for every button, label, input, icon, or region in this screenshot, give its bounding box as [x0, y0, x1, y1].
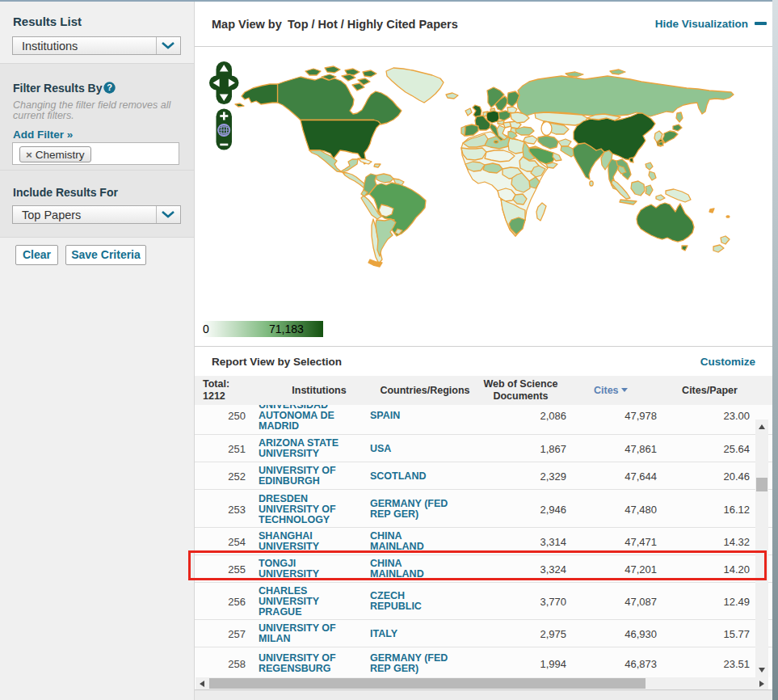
svg-text:?: ?	[107, 82, 112, 92]
